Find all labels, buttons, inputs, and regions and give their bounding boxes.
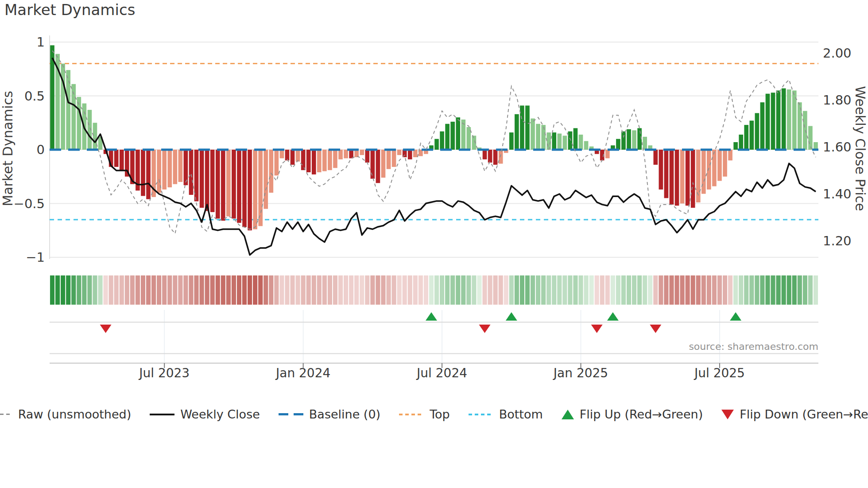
- flip-up-triangle-icon: [562, 410, 574, 419]
- legend-label: Bottom: [499, 407, 543, 421]
- svg-text:0: 0: [37, 142, 45, 157]
- source-credit: source: sharemaestro.com: [689, 341, 818, 352]
- legend-label: Weekly Close: [180, 407, 260, 421]
- top-line-swatch-icon: [399, 414, 424, 415]
- figure: Market Dynamics Market Dynamics Weekly C…: [0, 0, 868, 488]
- legend-item-top: Top: [399, 407, 450, 421]
- svg-text:2.00: 2.00: [823, 46, 852, 61]
- legend-label: Baseline (0): [309, 407, 380, 421]
- raw-line-swatch-icon: [0, 414, 12, 415]
- svg-text:1.40: 1.40: [823, 186, 852, 201]
- svg-text:Jul 2025: Jul 2025: [694, 366, 745, 380]
- svg-text:−0.5: −0.5: [14, 196, 45, 211]
- legend-item-baseline: Baseline (0): [279, 407, 380, 421]
- raw-line: [52, 50, 816, 233]
- svg-text:1: 1: [37, 35, 45, 50]
- close-line-swatch-icon: [150, 414, 174, 415]
- legend: Raw (unsmoothed) Weekly Close Baseline (…: [0, 407, 868, 421]
- svg-text:1.80: 1.80: [823, 93, 852, 108]
- axis-ticks: 10.50−0.5−12.001.801.601.401.20Jul 2023J…: [14, 35, 852, 380]
- svg-text:1.20: 1.20: [823, 233, 852, 248]
- legend-item-weekly-close: Weekly Close: [150, 407, 260, 421]
- legend-item-raw: Raw (unsmoothed): [0, 407, 131, 421]
- svg-text:Jan 2024: Jan 2024: [275, 366, 330, 380]
- svg-text:Jan 2025: Jan 2025: [553, 366, 608, 380]
- heat-strip: [50, 275, 818, 305]
- flip-up-markers: [426, 312, 741, 321]
- legend-label: Flip Up (Red→Green): [580, 407, 703, 421]
- gridlines: [50, 35, 818, 259]
- svg-text:−1: −1: [26, 250, 45, 265]
- legend-item-flip-up: Flip Up (Red→Green): [562, 407, 703, 421]
- legend-item-flip-down: Flip Down (Green→Red): [721, 407, 868, 421]
- legend-item-bottom: Bottom: [469, 407, 543, 421]
- legend-label: Raw (unsmoothed): [18, 407, 132, 421]
- legend-label: Top: [430, 407, 450, 421]
- svg-text:1.60: 1.60: [823, 139, 852, 155]
- flip-down-markers: [100, 325, 662, 333]
- flip-down-triangle-icon: [721, 410, 734, 419]
- baseline-swatch-icon: [279, 413, 303, 415]
- svg-text:Jul 2023: Jul 2023: [138, 366, 190, 380]
- weekly-close-line: [52, 58, 816, 255]
- indicator-bars: [50, 45, 818, 230]
- bottom-line-swatch-icon: [469, 414, 493, 415]
- svg-text:0.5: 0.5: [24, 89, 45, 104]
- svg-text:Jul 2024: Jul 2024: [416, 366, 467, 380]
- legend-label: Flip Down (Green→Red): [740, 407, 868, 421]
